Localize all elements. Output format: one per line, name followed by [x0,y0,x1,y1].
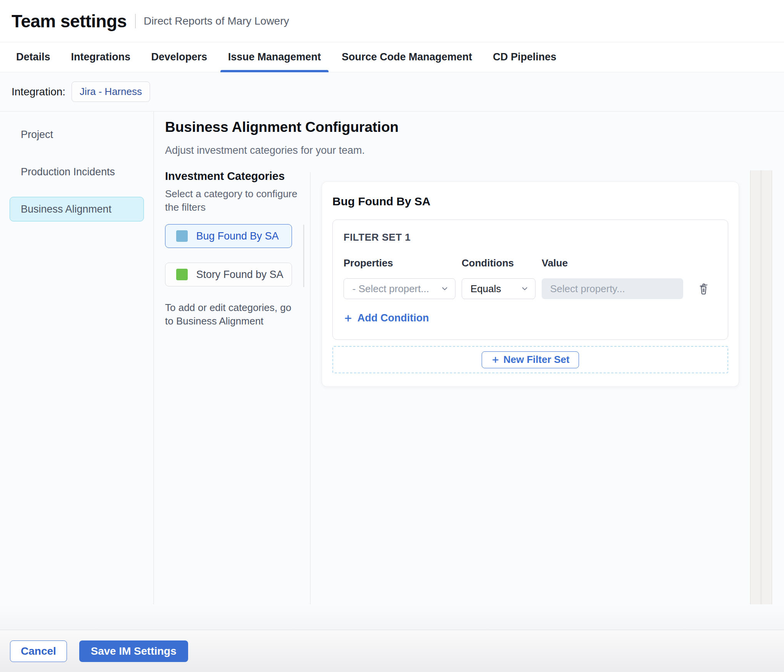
condition-select-value: Equals [470,283,501,295]
tab-bar: Details Integrations Developers Issue Ma… [0,42,784,72]
tab-source-code-management[interactable]: Source Code Management [340,42,474,72]
title-separator [135,14,136,28]
section-subtitle: Adjust investment categories for your te… [165,145,365,156]
property-select[interactable]: - Select propert... [344,278,455,299]
category-list-scrollbar[interactable] [303,225,304,287]
property-select-placeholder: - Select propert... [352,283,429,295]
category-color-swatch-blue [176,230,188,242]
category-config-panel: Bug Found By SA FILTER SET 1 Properties … [322,181,739,387]
new-filter-set-label: New Filter Set [504,354,570,366]
sidebar-item-business-alignment[interactable]: Business Alignment [10,197,144,221]
category-color-swatch-green [176,269,188,280]
properties-column-label: Properties [344,257,455,269]
filter-set-title: FILTER SET 1 [344,231,717,243]
sidebar-item-project[interactable]: Project [10,122,144,147]
add-condition-button[interactable]: Add Condition [344,312,429,324]
category-item-bug-found-by-sa[interactable]: Bug Found By SA [165,224,292,248]
value-input[interactable] [542,278,683,299]
category-item-label: Story Found by SA [196,269,284,281]
chevron-down-icon [520,284,529,293]
config-panel-title: Bug Found By SA [332,195,728,208]
plus-icon [344,314,353,323]
condition-row: - Select propert... Equals [344,278,717,299]
filter-column-labels: Properties Conditions Value [344,257,717,269]
tab-developers[interactable]: Developers [150,42,209,72]
filter-set-box: FILTER SET 1 Properties Conditions Value… [332,220,728,340]
section-title: Business Alignment Configuration [165,119,399,135]
tab-issue-management[interactable]: Issue Management [227,42,323,72]
vertical-scrollbar-inner[interactable] [761,170,772,604]
investment-categories-title: Investment Categories [165,170,304,183]
conditions-column-label: Conditions [462,257,535,269]
category-item-story-found-by-sa[interactable]: Story Found by SA [165,263,292,286]
condition-select[interactable]: Equals [462,278,535,299]
categories-note: To add or edit categories, go to Busines… [165,301,292,328]
settings-sidebar: Project Production Incidents Business Al… [0,111,154,604]
plus-icon [491,356,500,364]
trash-icon [698,283,709,295]
cancel-button[interactable]: Cancel [10,640,67,662]
page-header: Team settings Direct Reports of Mary Low… [0,0,784,42]
integration-row: Integration: Jira - Harness [0,72,784,111]
column-divider [310,172,310,604]
integration-chip[interactable]: Jira - Harness [72,82,150,102]
new-filter-set-dropzone: New Filter Set [332,346,728,373]
tab-cd-pipelines[interactable]: CD Pipelines [491,42,558,72]
value-column-label: Value [542,257,683,269]
sidebar-item-production-incidents[interactable]: Production Incidents [10,160,144,184]
integration-label: Integration: [12,86,65,98]
category-list: Bug Found By SA Story Found by SA [165,224,292,286]
main-content: Business Alignment Configuration Adjust … [154,111,784,604]
save-im-settings-button[interactable]: Save IM Settings [79,640,188,662]
chevron-down-icon [440,284,449,293]
category-item-label: Bug Found By SA [196,230,279,242]
new-filter-set-button[interactable]: New Filter Set [482,351,579,368]
investment-categories-description: Select a category to configure the filte… [165,187,298,214]
vertical-scrollbar-outer[interactable] [750,170,761,604]
footer-bar: Cancel Save IM Settings [0,630,784,672]
delete-condition-button[interactable] [698,283,709,295]
pre-footer-gradient [0,604,784,630]
investment-categories-column: Investment Categories Select a category … [165,170,304,328]
team-settings-screen: Team settings Direct Reports of Mary Low… [0,0,784,672]
add-condition-label: Add Condition [357,312,429,324]
tab-details[interactable]: Details [15,42,52,72]
page-subtitle: Direct Reports of Mary Lowery [143,15,289,27]
tab-integrations[interactable]: Integrations [70,42,132,72]
page-title: Team settings [12,11,127,32]
body-region: Project Production Incidents Business Al… [0,111,784,604]
